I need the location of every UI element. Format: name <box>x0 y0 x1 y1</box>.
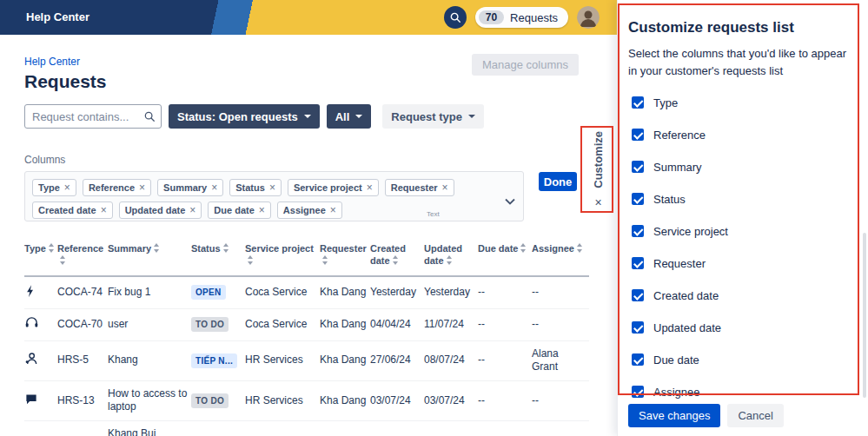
list-item: Status <box>632 193 856 205</box>
save-changes-button[interactable]: Save changes <box>628 404 720 427</box>
col-header-assignee[interactable]: Assignee <box>532 236 589 276</box>
cell-summary: user <box>108 309 191 341</box>
remove-icon[interactable]: × <box>269 182 275 193</box>
request-row[interactable]: COCA-74 Fix bug 1 OPEN Coca Service Kha … <box>24 276 589 309</box>
cell-assignee: -- <box>532 380 589 420</box>
column-chip: Reference× <box>83 179 151 196</box>
cancel-button[interactable]: Cancel <box>727 404 783 427</box>
col-header-reference[interactable]: Reference <box>57 236 108 276</box>
columns-field[interactable]: Type× Reference× Summary× Status× Servic… <box>24 171 524 221</box>
cell-status: TO DO <box>191 380 245 420</box>
sort-icon <box>60 255 66 265</box>
remove-icon[interactable]: × <box>442 182 448 193</box>
col-header-service-project[interactable]: Service project <box>245 236 320 276</box>
remove-icon[interactable]: × <box>64 182 70 193</box>
requests-count-badge: 70 <box>479 10 504 24</box>
remove-icon[interactable]: × <box>101 205 107 215</box>
column-chip: Service project× <box>288 179 379 196</box>
cell-status: OPEN <box>191 276 245 309</box>
sort-icon <box>520 243 527 253</box>
cell-updated: Yesterday <box>424 276 478 309</box>
cell-due: -- <box>478 276 532 309</box>
remove-icon[interactable]: × <box>189 205 195 215</box>
list-item: Due date <box>632 353 856 366</box>
remove-icon[interactable]: × <box>259 205 265 215</box>
search-icon <box>143 110 156 126</box>
cell-type <box>24 309 57 341</box>
cell-reference: HRS-1 <box>57 421 108 436</box>
request-search <box>24 104 162 129</box>
checkbox-assignee[interactable] <box>632 386 644 398</box>
list-item: Assignee <box>632 386 856 398</box>
chevron-down-icon <box>355 115 362 118</box>
done-button[interactable]: Done <box>539 172 577 191</box>
col-header-summary[interactable]: Summary <box>108 236 191 276</box>
sort-icon <box>393 255 399 265</box>
manage-columns-button[interactable]: Manage columns <box>472 54 579 76</box>
column-chip: Created date× <box>32 201 113 219</box>
request-row[interactable]: HRS-5 Khang TIẾP N... HR Services Kha Da… <box>24 340 589 380</box>
cell-created: 03/07/24 <box>370 380 424 420</box>
sort-icon <box>248 255 254 265</box>
request-search-input[interactable] <box>24 104 162 129</box>
col-header-updated-date[interactable]: Updated date <box>424 236 478 276</box>
status-badge: TO DO <box>191 393 229 408</box>
all-filter-button[interactable]: All <box>327 104 372 129</box>
cell-updated: 11/07/24 <box>424 309 478 341</box>
request-row[interactable]: HRS-13 How to access to laptop TO DO HR … <box>24 380 589 420</box>
chevron-down-icon <box>304 115 311 118</box>
checkbox-created-date[interactable] <box>632 289 644 301</box>
requests-button[interactable]: 70 Requests <box>475 7 568 28</box>
cell-due: -- <box>478 309 532 341</box>
remove-icon[interactable]: × <box>367 182 373 193</box>
cell-status: TIẾP N... <box>191 421 245 436</box>
cell-summary: Khang Bui starting later this month <box>108 421 191 436</box>
cell-type <box>24 340 57 380</box>
column-chip: Due date× <box>208 201 270 219</box>
remove-icon[interactable]: × <box>330 205 336 215</box>
request-row[interactable]: COCA-70 user TO DO Coca Service Kha Dang… <box>24 309 589 341</box>
remove-icon[interactable]: × <box>211 182 217 193</box>
page-title: Requests <box>24 71 107 92</box>
brand-title: Help Center <box>26 0 89 35</box>
cell-reference: COCA-70 <box>57 309 108 341</box>
cell-updated: 08/07/24 <box>424 340 478 380</box>
cell-due: 30/08/24 <box>478 421 532 436</box>
request-type-filter-button[interactable]: Request type <box>382 104 484 129</box>
scrollbar[interactable] <box>863 233 866 398</box>
list-item: Reference <box>632 129 856 141</box>
request-row[interactable]: HRS-1 Khang Bui starting later this mont… <box>24 421 589 436</box>
col-header-type[interactable]: Type <box>24 236 57 276</box>
list-item: Updated date <box>632 321 856 334</box>
checkbox-reference[interactable] <box>632 129 644 141</box>
sort-icon <box>447 255 453 265</box>
avatar[interactable] <box>577 6 600 29</box>
panel-title: Customize requests list <box>628 19 856 36</box>
search-icon[interactable] <box>444 6 467 29</box>
checkbox-summary[interactable] <box>632 161 644 173</box>
checkbox-service-project[interactable] <box>632 225 644 237</box>
list-item: Requester <box>632 257 856 269</box>
checkbox-due-date[interactable] <box>632 353 644 366</box>
close-icon[interactable]: × <box>594 196 601 208</box>
checkbox-updated-date[interactable] <box>632 321 644 334</box>
col-header-due-date[interactable]: Due date <box>478 236 532 276</box>
col-header-created-date[interactable]: Created date <box>370 236 424 276</box>
col-header-status[interactable]: Status <box>191 236 245 276</box>
breadcrumb[interactable]: Help Center <box>24 56 80 68</box>
sort-icon <box>322 255 328 265</box>
checkbox-requester[interactable] <box>632 257 644 269</box>
checkbox-status[interactable] <box>632 193 644 205</box>
chevron-down-icon[interactable] <box>505 193 515 208</box>
cell-due: -- <box>478 340 532 380</box>
column-chip: Requester× <box>385 179 454 196</box>
checkbox-type[interactable] <box>632 96 644 109</box>
cell-requester: Kha Dang <box>320 309 370 341</box>
customize-tab[interactable]: Customize × <box>585 130 612 209</box>
field-type-hint: Text <box>427 210 440 218</box>
cell-assignee: -- <box>532 309 589 341</box>
cell-updated: 28/06/24 <box>424 421 478 436</box>
status-filter-button[interactable]: Status: Open requests <box>169 104 320 129</box>
col-header-requester[interactable]: Requester <box>320 236 370 276</box>
remove-icon[interactable]: × <box>139 182 145 193</box>
